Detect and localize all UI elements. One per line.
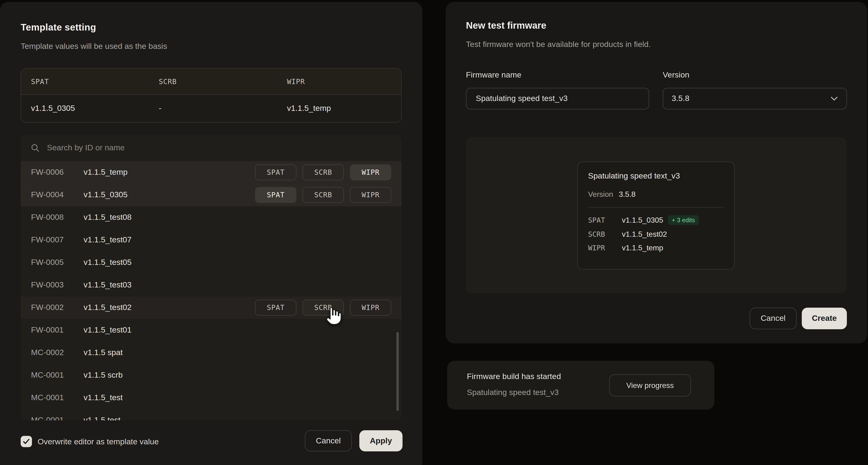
slot-label: SPAT	[588, 216, 622, 224]
chip-wipr[interactable]: WIPR	[350, 300, 391, 316]
version-selected-value: 3.5.8	[672, 94, 689, 103]
list-item-clipped[interactable]: MC-0001 v1.1.5 test	[21, 409, 402, 421]
list-item[interactable]: FW-0007 v1.1.5_test07	[21, 229, 402, 251]
firmware-name: v1.1.5 scrb	[84, 371, 123, 380]
firmware-id: FW-0004	[31, 190, 84, 199]
chevron-down-icon	[830, 96, 838, 101]
firmware-id: MC-0002	[31, 348, 84, 358]
slot-value: v1.1.5_temp	[622, 244, 663, 252]
chip-wipr-active[interactable]: WIPR	[350, 164, 391, 180]
edits-badge: + 3 edits	[668, 215, 699, 225]
overwrite-checkbox-label[interactable]: Overwrite editor as template value	[38, 437, 159, 447]
list-scrollbar[interactable]	[396, 332, 399, 411]
create-button[interactable]: Create	[802, 308, 847, 329]
chip-wipr[interactable]: WIPR	[350, 187, 391, 203]
firmware-name: v1.1.5_0305	[84, 190, 127, 199]
firmware-name: v1.1.5 test	[84, 416, 121, 421]
column-header-scrb: SCRB	[159, 77, 287, 86]
list-item[interactable]: FW-0003 v1.1.5_test03	[21, 274, 402, 297]
preview-version-row: Version 3.5.8	[588, 190, 724, 199]
firmware-id: FW-0007	[31, 235, 84, 245]
apply-button[interactable]: Apply	[359, 430, 403, 452]
firmware-name-input[interactable]	[475, 93, 640, 104]
chip-spat[interactable]: SPAT	[255, 164, 297, 180]
page-subtitle: Template values will be used as the basi…	[21, 42, 167, 51]
firmware-name: v1.1.5 spat	[84, 348, 123, 358]
preview-row-spat: SPAT v1.1.5_0305 + 3 edits	[588, 215, 724, 225]
list-item[interactable]: MC-0002 v1.1.5 spat	[21, 341, 402, 364]
list-item[interactable]: FW-0006 v1.1.5_temp SPAT SCRB WIPR	[21, 161, 402, 184]
preview-slot-rows: SPAT v1.1.5_0305 + 3 edits SCRB v1.1.5_t…	[588, 215, 724, 252]
firmware-name: v1.1.5_test	[84, 393, 123, 403]
firmware-id: MC-0001	[31, 393, 84, 403]
slot-chip-group: SPAT SCRB WIPR	[255, 164, 391, 180]
search-input[interactable]	[46, 143, 391, 153]
slot-label: SCRB	[588, 230, 622, 239]
toast-title: Firmware build has started	[467, 372, 561, 381]
firmware-id: MC-0001	[31, 371, 84, 380]
firmware-id: FW-0003	[31, 280, 84, 290]
cancel-button[interactable]: Cancel	[750, 308, 797, 329]
slot-chip-group: SPAT SCRB WIPR	[255, 187, 391, 203]
firmware-id: FW-0005	[31, 258, 84, 267]
template-value-scrb: -	[159, 104, 287, 113]
view-progress-button[interactable]: View progress	[609, 374, 691, 396]
firmware-name: v1.1.5_test03	[84, 280, 131, 290]
app-screen: Template setting Template values will be…	[0, 0, 868, 465]
search-bar[interactable]	[21, 135, 402, 161]
chip-spat-active[interactable]: SPAT	[255, 187, 297, 203]
preview-version-label: Version	[588, 190, 613, 199]
slot-value: v1.1.5_0305	[622, 216, 663, 224]
template-setting-dialog: Template setting Template values will be…	[0, 2, 422, 465]
chip-scrb[interactable]: SCRB	[303, 164, 344, 180]
list-item[interactable]: FW-0004 v1.1.5_0305 SPAT SCRB WIPR	[21, 184, 402, 206]
firmware-name: v1.1.5_test07	[84, 235, 131, 245]
firmware-id: FW-0006	[31, 168, 84, 177]
page-title: Template setting	[21, 22, 96, 33]
chip-spat[interactable]: SPAT	[255, 300, 297, 316]
firmware-id: MC-0001	[31, 416, 84, 421]
cancel-button[interactable]: Cancel	[305, 430, 352, 452]
slot-chip-group: SPAT SCRB WIPR	[255, 300, 391, 316]
preview-version-value: 3.5.8	[619, 190, 636, 199]
list-item[interactable]: FW-0001 v1.1.5_test01	[21, 319, 402, 341]
list-item[interactable]: MC-0001 v1.1.5_test	[21, 386, 402, 409]
preview-row-wipr: WIPR v1.1.5_temp	[588, 244, 724, 252]
firmware-id: FW-0008	[31, 213, 84, 222]
slot-value: v1.1.5_test02	[622, 230, 667, 239]
firmware-name: v1.1.5_test02	[84, 303, 131, 312]
checkmark-icon	[23, 439, 30, 444]
template-value-spat: v1.1.5_0305	[31, 104, 159, 113]
template-table-values: v1.1.5_0305 - v1.1.5_temp	[21, 95, 401, 122]
list-item[interactable]: MC-0001 v1.1.5 scrb	[21, 364, 402, 386]
chip-scrb[interactable]: SCRB	[303, 187, 344, 203]
preview-title: Spatulating speed text_v3	[588, 172, 724, 181]
list-item[interactable]: FW-0005 v1.1.5_test05	[21, 251, 402, 274]
column-header-spat: SPAT	[31, 77, 159, 86]
toast-subtitle: Spatulating speed test_v3	[467, 388, 559, 397]
list-item[interactable]: FW-0008 v1.1.5_test08	[21, 206, 402, 229]
version-label: Version	[663, 70, 689, 80]
firmware-id: FW-0001	[31, 326, 84, 335]
overwrite-checkbox[interactable]	[21, 436, 32, 447]
list-item-hovered[interactable]: FW-0002 v1.1.5_test02 SPAT SCRB WIPR	[21, 297, 402, 319]
chip-scrb-hovered[interactable]: SCRB	[303, 300, 344, 316]
search-icon	[31, 144, 39, 152]
firmware-name: v1.1.5_test08	[84, 213, 131, 222]
firmware-name: v1.1.5_test05	[84, 258, 131, 267]
preview-row-scrb: SCRB v1.1.5_test02	[588, 230, 724, 239]
firmware-name: v1.1.5_test01	[84, 326, 131, 335]
slot-label: WIPR	[588, 244, 622, 252]
template-value-wipr: v1.1.5_temp	[287, 104, 401, 113]
template-values-table: SPAT SCRB WIPR v1.1.5_0305 - v1.1.5_temp	[21, 68, 402, 123]
firmware-preview-card: Spatulating speed text_v3 Version 3.5.8 …	[577, 162, 735, 270]
firmware-name-field[interactable]	[466, 88, 649, 110]
template-table-header: SPAT SCRB WIPR	[21, 69, 401, 95]
version-select[interactable]: 3.5.8	[663, 88, 847, 110]
dialog-title: New test firmware	[466, 21, 546, 31]
column-header-wipr: WIPR	[287, 77, 401, 86]
firmware-id: FW-0002	[31, 303, 84, 312]
preview-divider	[588, 207, 724, 208]
firmware-list: FW-0006 v1.1.5_temp SPAT SCRB WIPR FW-00…	[21, 135, 402, 421]
dialog-subtitle: Test firmware won't be available for pro…	[466, 40, 651, 49]
